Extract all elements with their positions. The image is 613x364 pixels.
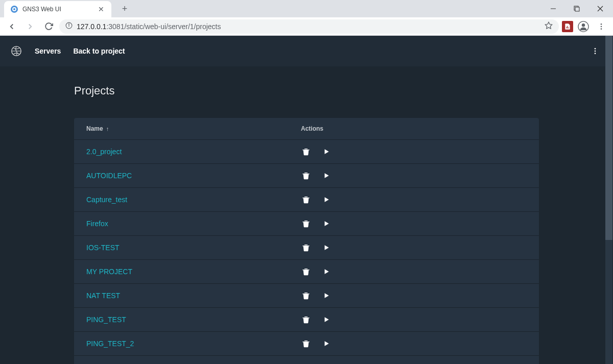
delete-button[interactable] bbox=[301, 314, 311, 325]
open-button[interactable] bbox=[321, 266, 332, 277]
table-row: PING_TEST_2 bbox=[74, 331, 539, 355]
table-header: Name ↑ Actions bbox=[74, 118, 539, 139]
url-bar[interactable]: 127.0.0.1:3081/static/web-ui/server/1/pr… bbox=[59, 19, 559, 34]
tab-title: GNS3 Web UI bbox=[22, 6, 93, 13]
svg-marker-29 bbox=[325, 341, 329, 346]
row-actions bbox=[301, 314, 332, 325]
project-link[interactable]: PING_TEST bbox=[86, 316, 301, 324]
column-header-name[interactable]: Name ↑ bbox=[86, 125, 301, 132]
close-window-button[interactable] bbox=[588, 1, 612, 17]
window-controls bbox=[541, 1, 612, 17]
page-title: Projects bbox=[74, 84, 539, 98]
reload-button[interactable] bbox=[41, 19, 56, 34]
open-button[interactable] bbox=[321, 195, 332, 205]
project-link[interactable]: PING_TEST_2 bbox=[86, 339, 301, 348]
svg-point-20 bbox=[595, 53, 596, 54]
pdf-extension-icon[interactable] bbox=[562, 21, 573, 32]
project-link[interactable]: IOS-TEST bbox=[86, 244, 301, 252]
open-button[interactable] bbox=[321, 338, 332, 349]
forward-button[interactable] bbox=[22, 19, 38, 34]
open-button[interactable] bbox=[321, 219, 332, 229]
scrollbar-thumb[interactable] bbox=[605, 36, 612, 240]
browser-menu-icon[interactable] bbox=[594, 19, 609, 34]
row-actions bbox=[301, 242, 332, 253]
column-header-actions: Actions bbox=[301, 125, 527, 132]
open-button[interactable] bbox=[321, 147, 332, 157]
address-bar: 127.0.0.1:3081/static/web-ui/server/1/pr… bbox=[0, 17, 613, 36]
tab-bar: GNS3 Web UI ✕ + bbox=[0, 0, 613, 17]
table-row: REMOTE_CAPTURE_TEST bbox=[74, 355, 539, 364]
sort-ascending-icon: ↑ bbox=[106, 126, 109, 132]
delete-button[interactable] bbox=[301, 219, 311, 229]
browser-tab[interactable]: GNS3 Web UI ✕ bbox=[4, 1, 111, 17]
row-actions bbox=[301, 147, 332, 157]
open-button[interactable] bbox=[321, 314, 332, 325]
table-row: IOS-TEST bbox=[74, 235, 539, 259]
delete-button[interactable] bbox=[301, 147, 311, 157]
app-viewport: Servers Back to project Projects Name ↑ … bbox=[0, 36, 613, 364]
app-menu-icon[interactable] bbox=[587, 43, 603, 59]
projects-table: Name ↑ Actions 2.0_projectAUTOIDLEPCCapt… bbox=[74, 118, 539, 364]
project-link[interactable]: MY PROJECT bbox=[86, 268, 301, 276]
svg-point-13 bbox=[582, 23, 585, 27]
row-actions bbox=[301, 195, 332, 205]
svg-rect-5 bbox=[575, 7, 579, 11]
row-actions bbox=[301, 290, 332, 301]
table-row: 2.0_project bbox=[74, 139, 539, 163]
back-button[interactable] bbox=[4, 19, 19, 34]
svg-point-10 bbox=[68, 24, 69, 25]
row-actions bbox=[301, 338, 332, 349]
profile-icon[interactable] bbox=[576, 19, 591, 34]
svg-marker-23 bbox=[325, 197, 329, 202]
nav-servers[interactable]: Servers bbox=[35, 47, 61, 55]
open-button[interactable] bbox=[321, 242, 332, 253]
app-content: Projects Name ↑ Actions 2.0_projectAUTOI… bbox=[0, 66, 613, 364]
minimize-button[interactable] bbox=[541, 1, 565, 17]
project-link[interactable]: AUTOIDLEPC bbox=[86, 172, 301, 180]
project-link[interactable]: Firefox bbox=[86, 220, 301, 228]
svg-marker-22 bbox=[325, 173, 329, 178]
delete-button[interactable] bbox=[301, 242, 311, 253]
open-button[interactable] bbox=[321, 171, 332, 181]
nav-back-to-project[interactable]: Back to project bbox=[73, 47, 125, 55]
row-actions bbox=[301, 219, 332, 229]
delete-button[interactable] bbox=[301, 266, 311, 277]
delete-button[interactable] bbox=[301, 195, 311, 205]
delete-button[interactable] bbox=[301, 171, 311, 181]
gns3-favicon bbox=[10, 5, 18, 13]
table-row: AUTOIDLEPC bbox=[74, 163, 539, 187]
svg-point-2 bbox=[13, 8, 15, 10]
row-actions bbox=[301, 171, 332, 181]
table-row: Capture_test bbox=[74, 187, 539, 211]
table-row: MY PROJECT bbox=[74, 259, 539, 283]
delete-button[interactable] bbox=[301, 290, 311, 301]
table-row: PING_TEST bbox=[74, 307, 539, 331]
svg-marker-24 bbox=[325, 221, 329, 226]
app-header: Servers Back to project bbox=[0, 36, 613, 66]
table-row: NAT TEST bbox=[74, 283, 539, 307]
new-tab-button[interactable]: + bbox=[117, 2, 132, 16]
table-row: Firefox bbox=[74, 211, 539, 235]
row-actions bbox=[301, 266, 332, 277]
url-text: 127.0.0.1:3081/static/web-ui/server/1/pr… bbox=[77, 22, 221, 31]
svg-point-14 bbox=[601, 23, 602, 25]
svg-point-18 bbox=[595, 48, 596, 50]
maximize-button[interactable] bbox=[565, 1, 588, 17]
project-link[interactable]: NAT TEST bbox=[86, 292, 301, 300]
info-icon[interactable] bbox=[65, 22, 73, 31]
svg-point-16 bbox=[601, 28, 602, 30]
svg-marker-26 bbox=[325, 269, 329, 274]
project-link[interactable]: 2.0_project bbox=[86, 148, 301, 156]
close-icon[interactable]: ✕ bbox=[97, 5, 105, 13]
browser-chrome: GNS3 Web UI ✕ + bbox=[0, 0, 613, 36]
svg-marker-27 bbox=[325, 293, 329, 298]
delete-button[interactable] bbox=[301, 338, 311, 349]
svg-marker-21 bbox=[325, 149, 329, 154]
project-link[interactable]: Capture_test bbox=[86, 196, 301, 204]
open-button[interactable] bbox=[321, 290, 332, 301]
scrollbar[interactable] bbox=[605, 36, 612, 364]
svg-marker-28 bbox=[325, 317, 329, 322]
gns3-logo-icon[interactable] bbox=[10, 45, 22, 57]
bookmark-star-icon[interactable] bbox=[545, 21, 553, 31]
svg-marker-11 bbox=[545, 22, 552, 29]
